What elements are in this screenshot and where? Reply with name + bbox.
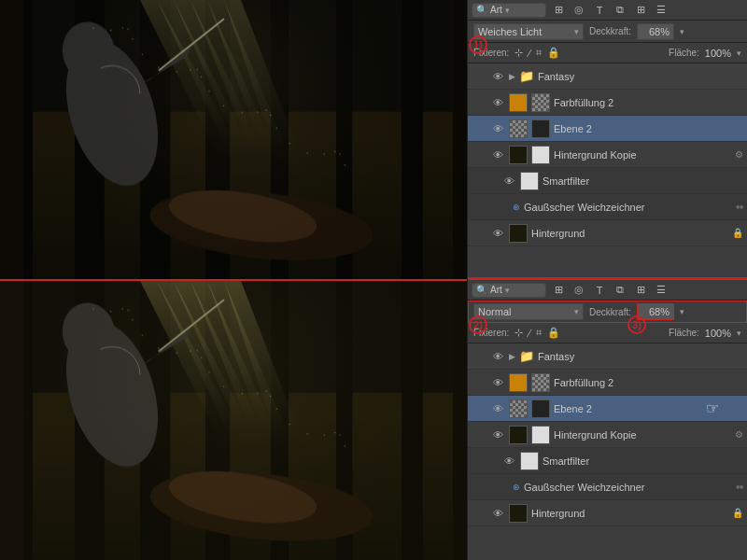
layer-name-smartfilter-1: Smartfilter <box>543 175 743 187</box>
lock-hg-kopie-1: ⚙ <box>735 149 743 160</box>
thumb-hintergrund-2 <box>509 504 528 523</box>
layer-name-hintergrund-1: Hintergrund <box>531 228 728 239</box>
layer-row-hintergrund-2[interactable]: 👁 Hintergrund 🔒 <box>468 500 747 526</box>
thumb-hg-kopie-2 <box>509 426 528 444</box>
layer-name-fill-2: Farbfüllung 2 <box>554 377 743 388</box>
layer-name-fill-1: Farbfüllung 2 <box>554 97 743 108</box>
layer-row-fantasy-1[interactable]: 👁 ▶ 📁 Fantasy <box>468 63 747 90</box>
folder-icon-1: 📁 <box>519 69 534 83</box>
search-arrow-2: ▾ <box>505 286 510 295</box>
eye-hintergrund-1[interactable]: 👁 <box>490 226 505 241</box>
opacity-number-1: 68% <box>649 26 669 37</box>
top-layers-section: 🔍 Art ▾ ⊞ ◎ T ⧉ ⊞ ☰ Weiches Licht ▾ Deck… <box>468 0 747 280</box>
layer-row-hg-kopie-1[interactable]: 👁 Hintergrund Kopie ⚙ <box>468 142 747 168</box>
eye-smartfilter-2[interactable]: 👁 <box>501 454 516 469</box>
fix-icon-brush-2[interactable]: ∕ <box>529 328 530 339</box>
lock-hintergrund-2: 🔒 <box>732 508 743 518</box>
layers-icon-2[interactable]: ⧉ <box>612 282 628 299</box>
eye-fantasy-2[interactable]: 👁 <box>490 349 505 364</box>
grid-icon-1[interactable]: ⊞ <box>632 2 649 19</box>
blend-arrow-1: ▾ <box>574 27 579 36</box>
smart-icon-1: ⊛ <box>513 203 520 212</box>
eye-smartfilter-1[interactable]: 👁 <box>501 174 516 189</box>
layers-icon-1[interactable]: ⧉ <box>612 2 628 19</box>
layer-row-ebene2-2[interactable]: 👁 Ebene 2 ☞ <box>468 396 747 422</box>
image-icon-2[interactable]: ⊞ <box>550 282 567 299</box>
blend-mode-select-1[interactable]: Weiches Licht ▾ <box>473 23 584 40</box>
eye-hintergrund-2[interactable]: 👁 <box>490 506 505 521</box>
opacity-value-1[interactable]: 68% <box>637 23 674 40</box>
fix-icon-lock-2[interactable]: 🔒 <box>547 327 560 339</box>
layer-name-gauss-1: Gaußscher Weichzeichner <box>524 202 732 213</box>
thumb-ebene2-a-1 <box>509 119 528 138</box>
fix-icon-move-2[interactable]: ⊹ <box>514 327 523 339</box>
fill-value-2: 100% <box>705 328 731 339</box>
search-box-2[interactable]: 🔍 Art ▾ <box>472 283 546 298</box>
layer-row-gauss-2[interactable]: ⊛ Gaußscher Weichzeichner ⇔ <box>468 474 747 500</box>
layer-name-gauss-2: Gaußscher Weichzeichner <box>524 482 732 493</box>
fix-icon-move-1[interactable]: ⊹ <box>514 47 523 59</box>
circle-icon-2[interactable]: ◎ <box>571 282 587 299</box>
opacity-number-2: 68% <box>649 306 669 317</box>
fix-icon-lock-1[interactable]: 🔒 <box>547 47 560 59</box>
eye-ebene2-1[interactable]: 👁 <box>490 121 505 136</box>
blend-row-2: Normal ▾ Deckkraft: 68% ▾ <box>468 301 747 323</box>
eye-fantasy-1[interactable]: 👁 <box>490 69 505 84</box>
image-icon-1[interactable]: ⊞ <box>550 2 567 19</box>
layer-row-smartfilter-1: 👁 Smartfilter <box>468 168 747 194</box>
lock-hintergrund-1: 🔒 <box>732 228 743 238</box>
layer-row-hg-kopie-2[interactable]: 👁 Hintergrund Kopie ⚙ <box>468 422 747 448</box>
search-text-1: Art <box>490 5 502 15</box>
search-box-1[interactable]: 🔍 Art ▾ <box>472 3 546 18</box>
layer-row-ebene2-1[interactable]: 👁 Ebene 2 <box>468 116 747 142</box>
blend-arrow-2: ▾ <box>574 307 579 316</box>
thumb-fill-color-2 <box>509 373 528 392</box>
search-arrow-1: ▾ <box>505 6 510 15</box>
thumb-smartfilter-2 <box>520 452 539 470</box>
text-icon-1[interactable]: T <box>591 2 608 19</box>
layer-row-gauss-1[interactable]: ⊛ Gaußscher Weichzeichner ⇔ <box>468 194 747 220</box>
smart-icon-2: ⊛ <box>513 483 520 492</box>
thumb-fill-color-1 <box>509 93 528 112</box>
right-panel: 🔍 Art ▾ ⊞ ◎ T ⧉ ⊞ ☰ Weiches Licht ▾ Deck… <box>467 0 747 560</box>
layer-row-hintergrund-1[interactable]: 👁 Hintergrund 🔒 <box>468 220 747 246</box>
fix-icon-brush-1[interactable]: ∕ <box>529 48 530 59</box>
eye-ebene2-2[interactable]: 👁 <box>490 401 505 416</box>
fix-icon-angle-1[interactable]: ⌗ <box>536 47 542 59</box>
opacity-label-1: Deckkraft: <box>589 26 631 36</box>
thumb-hintergrund-1 <box>509 224 528 243</box>
menu-icon-2[interactable]: ☰ <box>653 282 669 299</box>
bottom-layers-section: 🔍 Art ▾ ⊞ ◎ T ⧉ ⊞ ☰ Normal ▾ Deckkraft: <box>468 280 747 560</box>
fix-icon-angle-2[interactable]: ⌗ <box>536 327 542 339</box>
fill-arrow-2: ▾ <box>737 329 741 338</box>
eye-fill-1[interactable]: 👁 <box>490 95 505 110</box>
blend-mode-select-2[interactable]: Normal ▾ <box>473 303 584 320</box>
folder-icon-2: 📁 <box>519 349 534 363</box>
cursor-pointer-2: ☞ <box>706 399 719 417</box>
blend-mode-value-2: Normal <box>478 306 511 317</box>
thumb-hg-kopie-1 <box>509 146 528 164</box>
group-arrow-2[interactable]: ▶ <box>509 352 515 361</box>
eye-fill-2[interactable]: 👁 <box>490 375 505 390</box>
layer-row-fill-1[interactable]: 👁 Farbfüllung 2 <box>468 90 747 116</box>
thumb-fill-mask-1 <box>531 93 550 112</box>
layer-row-smartfilter-2: 👁 Smartfilter <box>468 448 747 474</box>
eye-hg-kopie-1[interactable]: 👁 <box>490 147 505 162</box>
top-canvas <box>0 0 467 279</box>
layer-row-fantasy-2[interactable]: 👁 ▶ 📁 Fantasy <box>468 343 747 370</box>
circle-icon-1[interactable]: ◎ <box>571 2 587 19</box>
badge-2: 2) <box>469 315 487 334</box>
grid-icon-2[interactable]: ⊞ <box>632 282 649 299</box>
layer-row-fill-2[interactable]: 👁 Farbfüllung 2 <box>468 370 747 396</box>
search-icon-1: 🔍 <box>476 5 487 15</box>
main-container: 🔍 Art ▾ ⊞ ◎ T ⧉ ⊞ ☰ Weiches Licht ▾ Deck… <box>0 0 747 560</box>
group-arrow-1[interactable]: ▶ <box>509 72 515 81</box>
badge-1: 1) <box>469 35 487 54</box>
eye-hg-kopie-2[interactable]: 👁 <box>490 427 505 442</box>
thumb-smartfilter-1 <box>520 172 539 190</box>
fill-arrow-1: ▾ <box>737 49 741 58</box>
thumb-hg-kopie-mask-1 <box>531 146 550 164</box>
menu-icon-1[interactable]: ☰ <box>653 2 669 19</box>
fix-row-1: Fixieren: ⊹ ∕ ⌗ 🔒 Fläche: 100% ▾ <box>468 43 747 63</box>
text-icon-2[interactable]: T <box>591 282 608 299</box>
